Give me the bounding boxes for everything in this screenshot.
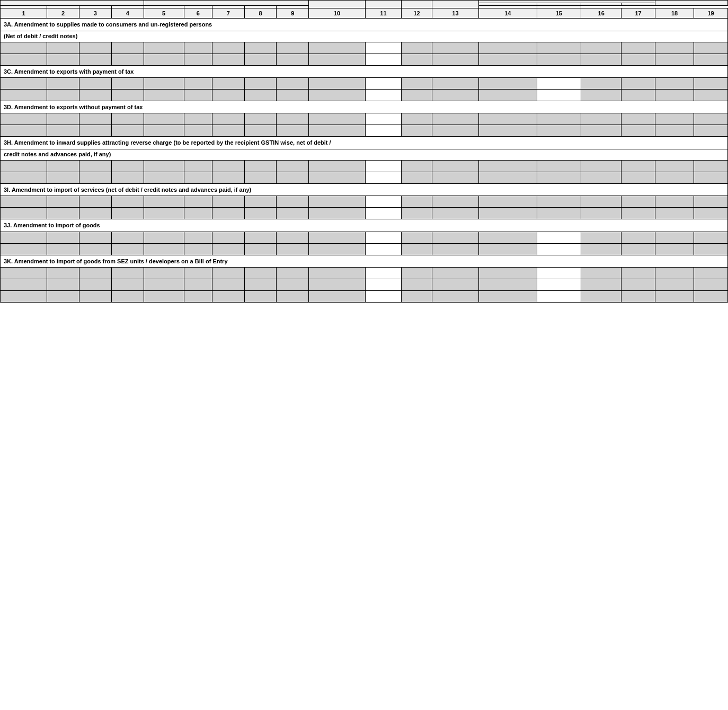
cell-3C-r1-c2[interactable] xyxy=(79,90,112,101)
cell-3H-r1-c1[interactable] xyxy=(47,172,79,184)
cell-3A-r0-c7[interactable] xyxy=(244,42,277,54)
cell-3J-r1-c0[interactable] xyxy=(1,243,47,255)
cell-3D-r0-c16[interactable] xyxy=(622,113,655,125)
cell-3H-r1-c11[interactable] xyxy=(402,172,432,184)
cell-3K-r1-c7[interactable] xyxy=(244,279,277,290)
cell-3J-r0-c5[interactable] xyxy=(184,232,212,243)
cell-3C-r1-c5[interactable] xyxy=(184,90,212,101)
cell-3C-r1-c14[interactable] xyxy=(537,90,581,101)
cell-3K-r2-c11[interactable] xyxy=(402,290,432,302)
cell-3K-r2-c12[interactable] xyxy=(432,290,478,302)
cell-3D-r1-c13[interactable] xyxy=(479,125,537,137)
cell-3K-r1-c9[interactable] xyxy=(309,279,365,290)
cell-3J-r0-c7[interactable] xyxy=(244,232,277,243)
cell-3J-r0-c12[interactable] xyxy=(432,232,478,243)
cell-3D-r0-c11[interactable] xyxy=(402,113,432,125)
cell-3K-r0-c12[interactable] xyxy=(432,267,478,279)
cell-3J-r0-c15[interactable] xyxy=(581,232,622,243)
cell-3I-r0-c5[interactable] xyxy=(184,196,212,208)
cell-3D-r0-c9[interactable] xyxy=(309,113,365,125)
cell-3I-r1-c8[interactable] xyxy=(277,208,309,219)
cell-3A-r1-c11[interactable] xyxy=(402,54,432,65)
cell-3K-r0-c3[interactable] xyxy=(111,267,144,279)
cell-3H-r0-c6[interactable] xyxy=(212,161,244,172)
cell-3K-r1-c1[interactable] xyxy=(47,279,79,290)
cell-3J-r0-c1[interactable] xyxy=(47,232,79,243)
cell-3A-r1-c3[interactable] xyxy=(111,54,144,65)
cell-3C-r0-c4[interactable] xyxy=(144,78,184,90)
cell-3A-r0-c16[interactable] xyxy=(622,42,655,54)
cell-3C-r0-c3[interactable] xyxy=(111,78,144,90)
cell-3A-r1-c14[interactable] xyxy=(537,54,581,65)
cell-3K-r1-c17[interactable] xyxy=(655,279,694,290)
cell-3C-r0-c17[interactable] xyxy=(655,78,694,90)
cell-3D-r0-c3[interactable] xyxy=(111,113,144,125)
cell-3K-r1-c8[interactable] xyxy=(277,279,309,290)
cell-3D-r0-c15[interactable] xyxy=(581,113,622,125)
cell-3A-r0-c13[interactable] xyxy=(479,42,537,54)
cell-3J-r1-c14[interactable] xyxy=(537,243,581,255)
cell-3C-r0-c11[interactable] xyxy=(402,78,432,90)
cell-3J-r0-c11[interactable] xyxy=(402,232,432,243)
cell-3D-r0-c8[interactable] xyxy=(277,113,309,125)
cell-3A-r1-c2[interactable] xyxy=(79,54,112,65)
cell-3A-r1-c18[interactable] xyxy=(694,54,728,65)
cell-3D-r0-c13[interactable] xyxy=(479,113,537,125)
cell-3J-r0-c17[interactable] xyxy=(655,232,694,243)
cell-3K-r0-c10[interactable] xyxy=(365,267,401,279)
cell-3J-r1-c7[interactable] xyxy=(244,243,277,255)
cell-3K-r2-c9[interactable] xyxy=(309,290,365,302)
cell-3A-r1-c7[interactable] xyxy=(244,54,277,65)
cell-3I-r0-c4[interactable] xyxy=(144,196,184,208)
cell-3C-r1-c8[interactable] xyxy=(277,90,309,101)
cell-3K-r0-c16[interactable] xyxy=(622,267,655,279)
cell-3C-r1-c15[interactable] xyxy=(581,90,622,101)
cell-3A-r0-c1[interactable] xyxy=(47,42,79,54)
cell-3A-r1-c10[interactable] xyxy=(365,54,401,65)
cell-3K-r2-c4[interactable] xyxy=(144,290,184,302)
cell-3H-r0-c5[interactable] xyxy=(184,161,212,172)
cell-3K-r0-c2[interactable] xyxy=(79,267,112,279)
cell-3K-r0-c7[interactable] xyxy=(244,267,277,279)
cell-3H-r1-c17[interactable] xyxy=(655,172,694,184)
cell-3C-r0-c1[interactable] xyxy=(47,78,79,90)
cell-3K-r0-c9[interactable] xyxy=(309,267,365,279)
cell-3A-r0-c0[interactable] xyxy=(1,42,47,54)
cell-3D-r0-c2[interactable] xyxy=(79,113,112,125)
cell-3J-r1-c1[interactable] xyxy=(47,243,79,255)
cell-3A-r0-c10[interactable] xyxy=(365,42,401,54)
cell-3H-r0-c13[interactable] xyxy=(479,161,537,172)
cell-3A-r1-c1[interactable] xyxy=(47,54,79,65)
cell-3D-r0-c5[interactable] xyxy=(184,113,212,125)
cell-3I-r1-c13[interactable] xyxy=(479,208,537,219)
cell-3C-r0-c12[interactable] xyxy=(432,78,478,90)
cell-3K-r0-c8[interactable] xyxy=(277,267,309,279)
cell-3H-r1-c12[interactable] xyxy=(432,172,478,184)
cell-3D-r1-c17[interactable] xyxy=(655,125,694,137)
cell-3H-r1-c4[interactable] xyxy=(144,172,184,184)
cell-3K-r0-c5[interactable] xyxy=(184,267,212,279)
cell-3J-r1-c13[interactable] xyxy=(479,243,537,255)
cell-3C-r0-c18[interactable] xyxy=(694,78,728,90)
cell-3J-r1-c6[interactable] xyxy=(212,243,244,255)
cell-3J-r1-c2[interactable] xyxy=(79,243,112,255)
cell-3C-r0-c14[interactable] xyxy=(537,78,581,90)
cell-3I-r1-c16[interactable] xyxy=(622,208,655,219)
cell-3D-r1-c0[interactable] xyxy=(1,125,47,137)
cell-3K-r1-c6[interactable] xyxy=(212,279,244,290)
cell-3H-r0-c1[interactable] xyxy=(47,161,79,172)
cell-3K-r0-c15[interactable] xyxy=(581,267,622,279)
cell-3D-r1-c3[interactable] xyxy=(111,125,144,137)
cell-3A-r0-c2[interactable] xyxy=(79,42,112,54)
cell-3H-r0-c16[interactable] xyxy=(622,161,655,172)
cell-3K-r2-c8[interactable] xyxy=(277,290,309,302)
cell-3K-r2-c6[interactable] xyxy=(212,290,244,302)
cell-3D-r1-c9[interactable] xyxy=(309,125,365,137)
cell-3H-r1-c3[interactable] xyxy=(111,172,144,184)
cell-3I-r1-c9[interactable] xyxy=(309,208,365,219)
cell-3H-r0-c17[interactable] xyxy=(655,161,694,172)
cell-3C-r0-c5[interactable] xyxy=(184,78,212,90)
cell-3C-r1-c3[interactable] xyxy=(111,90,144,101)
cell-3I-r1-c1[interactable] xyxy=(47,208,79,219)
cell-3J-r0-c2[interactable] xyxy=(79,232,112,243)
